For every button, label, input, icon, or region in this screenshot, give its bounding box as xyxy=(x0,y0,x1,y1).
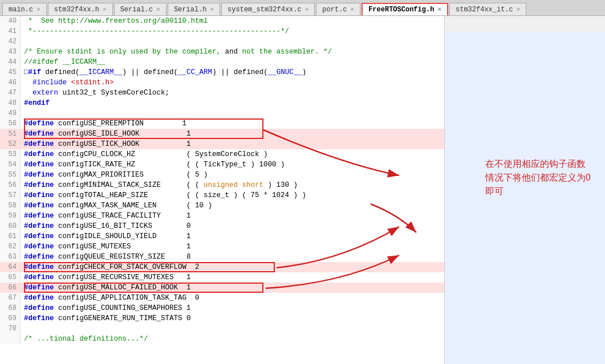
code-line-56: 56 #define configMINIMAL_STACK_SIZE ( ( … xyxy=(0,180,444,190)
main-content: 40 * See http://www.freertos.org/a00110.… xyxy=(0,16,605,364)
tab-serial-c[interactable]: Serial.c × xyxy=(114,3,167,15)
tab-port-c[interactable]: port.c × xyxy=(316,3,360,15)
code-line-58: 58 #define configMAX_TASK_NAME_LEN ( 10 … xyxy=(0,201,444,211)
close-icon[interactable]: × xyxy=(517,6,521,13)
code-line-62: 62 #define configUSE_MUTEXES 1 xyxy=(0,242,444,252)
code-line-54: 54 #define configTICK_RATE_HZ ( ( TickTy… xyxy=(0,159,444,170)
code-line-partial: /* ...tional definitions...*/ xyxy=(0,334,444,344)
code-line-63: 63 #define configQUEUE_REGISTRY_SIZE 8 xyxy=(0,252,444,262)
tab-label: main.c xyxy=(9,6,33,14)
close-icon[interactable]: × xyxy=(210,6,214,13)
tab-bar: main.c × stm32f4xx.h × Serial.c × Serial… xyxy=(0,0,605,16)
code-line-65: 65 #define configUSE_RECURSIVE_MUTEXES 1 xyxy=(0,272,444,283)
tab-label: Serial.c xyxy=(120,6,153,14)
code-line-46: 46 #include <stdint.h> xyxy=(0,77,444,88)
tab-stm32-it-c[interactable]: stm32f4xx_it.c × xyxy=(449,3,526,15)
close-icon[interactable]: × xyxy=(36,6,40,13)
code-line-44: 44 //#ifdef __ICCARM__ xyxy=(0,57,444,67)
code-line-40: 40 * See http://www.freertos.org/a00110.… xyxy=(0,16,444,26)
code-line-50: 50 #define configUSE_PREEMPTION 1 xyxy=(0,118,444,129)
code-line-49: 49 xyxy=(0,108,444,118)
code-line-52: 52 #define configUSE_TICK_HOOK 1 xyxy=(0,139,444,149)
annotation-line3: 即可 xyxy=(485,185,599,198)
code-line-55: 55 #define configMAX_PRIORITIES ( 5 ) xyxy=(0,170,444,180)
annotation-text: 在不使用相应的钩子函数 情况下将他们都宏定义为0 即可 xyxy=(485,157,599,198)
code-line-41: 41 *------------------------------------… xyxy=(0,26,444,36)
code-line-51: 51 #define configUSE_IDLE_HOOK 1 xyxy=(0,129,444,139)
close-icon[interactable]: × xyxy=(351,6,355,13)
tab-main-c[interactable]: main.c × xyxy=(2,3,47,15)
code-line-42: 42 xyxy=(0,36,444,47)
code-line-66: 66 #define configUSE_MALLOC_FAILED_HOOK … xyxy=(0,283,444,293)
code-line-45: 45 □#if defined(__ICCARM__) || defined(_… xyxy=(0,67,444,77)
code-line-59: 59 #define configUSE_TRACE_FACILITY 1 xyxy=(0,211,444,221)
annotation-panel: 在不使用相应的钩子函数 情况下将他们都宏定义为0 即可 CSDN @南有孤岛◇ xyxy=(445,32,605,364)
code-line-57: 57 #define configTOTAL_HEAP_SIZE ( ( siz… xyxy=(0,190,444,201)
code-editor[interactable]: 40 * See http://www.freertos.org/a00110.… xyxy=(0,16,445,364)
close-icon[interactable]: × xyxy=(305,6,309,13)
code-line-61: 61 #define configIDLE_SHOULD_YIELD 1 xyxy=(0,231,444,242)
code-line-69: 69 #define configGENERATE_RUN_TIME_STATS… xyxy=(0,313,444,324)
code-line-53: 53 #define configCPU_CLOCK_HZ ( SystemCo… xyxy=(0,149,444,159)
tab-system-stm32[interactable]: system_stm32f4xx.c × xyxy=(221,3,315,15)
annotation-line1: 在不使用相应的钩子函数 xyxy=(485,157,599,171)
tab-label: FreeRTOSConfig.h xyxy=(368,6,434,14)
code-line-47: 47 extern uint32_t SystemCoreClock; xyxy=(0,88,444,98)
code-line-70: 70 xyxy=(0,324,444,334)
code-line-64: 64 #define configCHECK_FOR_STACK_OVERFLO… xyxy=(0,262,444,272)
tab-label: stm32f4xx_it.c xyxy=(456,6,513,14)
code-line-67: 67 #define configUSE_APPLICATION_TASK_TA… xyxy=(0,293,444,303)
tab-freertos-config[interactable]: FreeRTOSConfig.h × xyxy=(362,3,448,15)
code-line-60: 60 #define configUSE_16_BIT_TICKS 0 xyxy=(0,221,444,231)
close-icon[interactable]: × xyxy=(437,6,441,13)
tab-label: stm32f4xx.h xyxy=(54,6,99,14)
code-line-48: 48 #endif xyxy=(0,98,444,108)
tab-label: port.c xyxy=(322,6,347,14)
code-line-43: 43 /* Ensure stdint is only used by the … xyxy=(0,47,444,57)
code-line-68: 68 #define configUSE_COUNTING_SEMAPHORES… xyxy=(0,303,444,313)
close-icon[interactable]: × xyxy=(103,6,107,13)
close-icon[interactable]: × xyxy=(156,6,160,13)
tab-serial-h[interactable]: Serial.h × xyxy=(168,3,220,15)
tab-stm32f4xx-h[interactable]: stm32f4xx.h × xyxy=(48,3,113,15)
tab-label: Serial.h xyxy=(174,6,207,14)
annotation-line2: 情况下将他们都宏定义为0 xyxy=(485,171,599,185)
tab-label: system_stm32f4xx.c xyxy=(228,6,302,14)
